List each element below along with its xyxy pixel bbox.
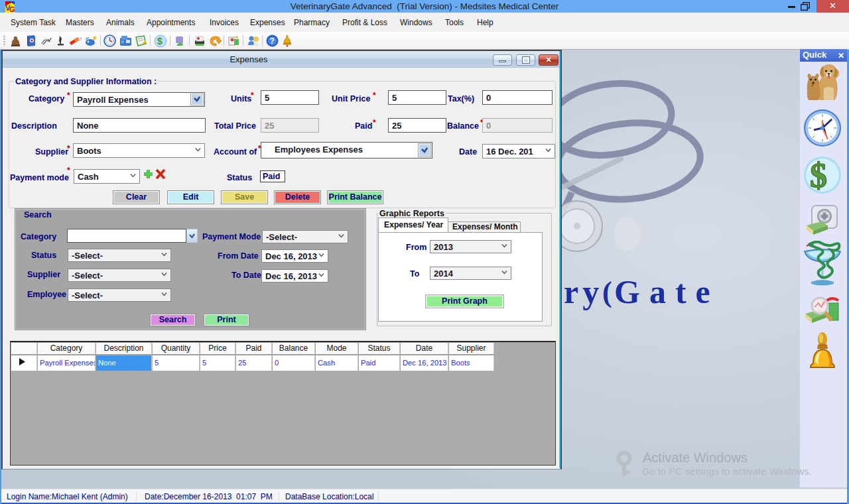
svg-text:G: G	[9, 5, 15, 13]
svg-text:$: $	[157, 36, 163, 46]
svg-text:?: ?	[270, 36, 275, 46]
svg-text:$: $	[810, 157, 827, 194]
